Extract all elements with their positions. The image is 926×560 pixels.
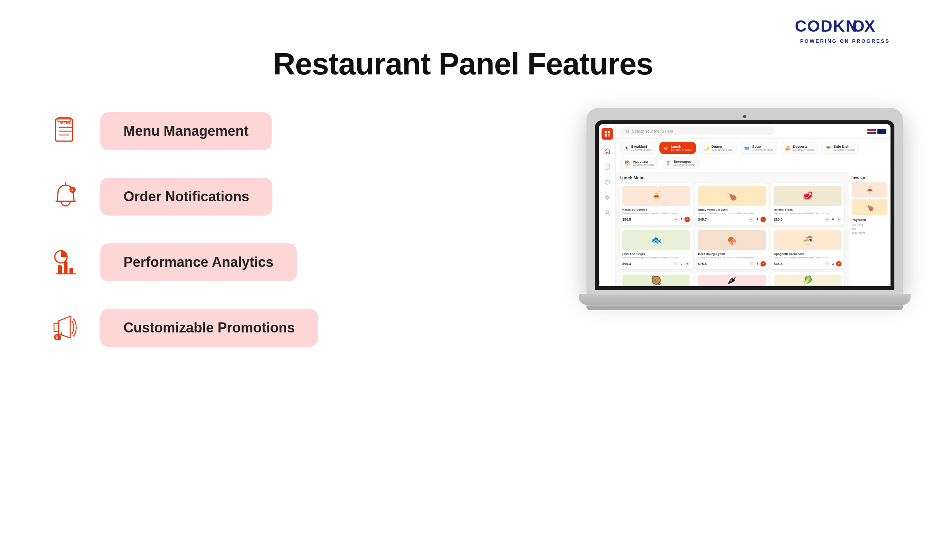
menu-item-pasta-bolognese: 🍝 Pasta Bolognese Delicious beef lasagna… — [620, 183, 693, 225]
svg-text:MENU: MENU — [60, 121, 71, 125]
sidebar-home-icon[interactable] — [602, 146, 613, 157]
category-side-dish-label: Side Dish — [833, 145, 854, 148]
logo-tagline: POWERING ON PROGRESS — [800, 38, 890, 44]
category-appetizer-count: 12 Menu In Stock — [633, 164, 654, 166]
category-breakfast[interactable]: ☀ Breakfast12 Menu In Stock — [620, 142, 656, 154]
beef-bourguignon-qty[interactable]: − 4 + — [749, 261, 766, 267]
category-soup[interactable]: 🥣 Soup12 Menu In Stock — [740, 142, 777, 154]
fish-chips-qty[interactable]: − 0 + — [673, 261, 690, 267]
svg-text:3: 3 — [71, 188, 73, 192]
laptop-base — [579, 294, 911, 305]
spaghetti-carbonara-minus[interactable]: − — [825, 261, 830, 267]
svg-rect-23 — [608, 134, 610, 137]
beef-bourguignon-name: Beef Bourguignon — [698, 252, 765, 256]
menu-item-grilled-steak: 🥩 Grilled Steak Delicious beef lasagna w… — [771, 183, 844, 225]
beef-bourguignon-minus[interactable]: − — [749, 261, 754, 267]
spicy-chicken-name: Spicy Fried Chicken — [698, 208, 765, 211]
kimchi-img: 🌶 — [698, 275, 765, 286]
category-side-dish[interactable]: 🥗 Side Dish12 Menu In Stock — [821, 142, 858, 154]
category-lunch-label: Lunch — [671, 145, 691, 148]
order-notifications-icon: 3 — [46, 177, 85, 216]
menu-grid: 🍝 Pasta Bolognese Delicious beef lasagna… — [620, 183, 844, 269]
fish-chips-desc: Delicious beef lasagna with double chili… — [622, 256, 690, 260]
sidebar-user-icon[interactable] — [602, 207, 613, 218]
payment-subtotal-label: Sub Total — [852, 224, 863, 226]
category-dinner[interactable]: 🌙 Dinner12 Menu In Stock — [699, 142, 737, 154]
fish-chips-img: 🐟 — [622, 230, 690, 250]
category-breakfast-count: 12 Menu In Stock — [631, 148, 652, 151]
ratatouille-img: 🥘 — [622, 275, 690, 286]
grilled-steak-qty[interactable]: − 0 + — [825, 217, 842, 222]
invoice-title: Invoice — [852, 175, 887, 180]
category-beverages-count: 12 Menu In Stock — [673, 164, 694, 166]
category-beverages[interactable]: 🥤 Beverages12 Menu In Stock — [661, 157, 698, 169]
pasta-bolognese-plus[interactable]: + — [684, 217, 690, 222]
customizable-promotions-button[interactable]: Customizable Promotions — [100, 309, 318, 347]
feature-customizable-promotions: $ Customizable Promotions — [46, 309, 318, 347]
more-items-row: 🥘 Ratatouille 🌶 Kimchi Jigae 🥬 Tofu Scr — [620, 272, 844, 286]
grilled-steak-desc: Delicious beef lasagna with double chili… — [774, 212, 842, 215]
pasta-bolognese-minus[interactable]: − — [673, 217, 678, 222]
svg-rect-20 — [605, 131, 607, 133]
app-topbar: Search Your Menu Here — [616, 124, 891, 139]
order-notifications-button[interactable]: Order Notifications — [100, 178, 272, 216]
invoice-food-chicken: 🍗 — [852, 199, 887, 215]
beverages-icon: 🥤 — [665, 160, 671, 166]
grilled-steak-price-row: $80.0 − 0 + — [774, 217, 842, 222]
spicy-chicken-qty[interactable]: − 4 + — [749, 217, 766, 222]
menu-management-button[interactable]: Menu Management — [100, 112, 272, 150]
grilled-steak-minus[interactable]: − — [825, 217, 830, 222]
svg-rect-24 — [605, 164, 610, 169]
menu-item-kimchi: 🌶 Kimchi Jigae — [695, 272, 768, 286]
fish-chips-name: Fish And Chips — [622, 252, 690, 256]
grilled-steak-plus[interactable]: + — [836, 217, 842, 222]
category-appetizer[interactable]: 🥙 Appetizer12 Menu In Stock — [620, 157, 658, 169]
category-dinner-label: Dinner — [711, 145, 732, 148]
topbar-flags — [867, 129, 886, 134]
flag-uk — [877, 129, 886, 134]
beef-bourguignon-price-row: $75.5 − 4 + — [698, 261, 765, 267]
fish-chips-plus[interactable]: + — [684, 261, 690, 267]
spicy-chicken-plus[interactable]: + — [760, 217, 766, 222]
menu-item-beef-bourguignon: 🍖 Beef Bourguignon Delicious beef lasagn… — [695, 228, 768, 269]
spaghetti-carbonara-qty-num: 2 — [831, 262, 835, 265]
spaghetti-carbonara-qty[interactable]: − 2 + — [825, 261, 842, 267]
app-main: Search Your Menu Here ☀ Breakfast12 Menu… — [616, 124, 891, 286]
search-bar[interactable]: Search Your Menu Here — [620, 127, 775, 135]
sidebar-orders-icon[interactable] — [602, 161, 613, 172]
beef-bourguignon-qty-num: 4 — [755, 262, 759, 265]
category-desserts[interactable]: 🍰 Desserts12 Menu In Stock — [781, 142, 818, 154]
fish-chips-price-row: $90.4 − 0 + — [622, 261, 690, 267]
fish-chips-price: $90.4 — [622, 262, 631, 266]
spaghetti-carbonara-plus[interactable]: + — [836, 261, 842, 267]
category-appetizer-label: Appetizer — [633, 160, 654, 164]
fish-chips-qty-num: 0 — [679, 262, 683, 265]
pasta-bolognese-qty[interactable]: − 2 + — [673, 217, 690, 222]
svg-text:CODKN: CODKN — [795, 17, 858, 35]
spaghetti-carbonara-price-row: $35.3 − 2 + — [774, 261, 842, 267]
logo-area: CODKN O X POWERING ON PROGRESS — [795, 15, 895, 44]
svg-point-29 — [606, 211, 608, 213]
categories-bar: ☀ Breakfast12 Menu In Stock 🍽 Lunch12 Me… — [616, 139, 891, 172]
pasta-bolognese-price-row: $50.5 − 2 + — [622, 217, 690, 222]
svg-line-31 — [629, 132, 630, 133]
menu-area: Lunch Menu 🍝 Pasta Bolognese Delicious b… — [616, 172, 891, 286]
performance-analytics-button[interactable]: Performance Analytics — [100, 243, 297, 281]
features-column: MENU Menu Management 3 Order Notificatio… — [46, 112, 318, 347]
svg-rect-16 — [69, 268, 73, 274]
app-sidebar — [599, 124, 616, 286]
dinner-icon: 🌙 — [703, 145, 709, 151]
spicy-chicken-price: $45.7 — [698, 218, 707, 221]
sidebar-menu-icon[interactable] — [602, 177, 613, 187]
soup-icon: 🥣 — [744, 145, 750, 151]
sidebar-settings-icon[interactable] — [602, 192, 613, 203]
category-lunch[interactable]: 🍽 Lunch12 Menu In Stock — [659, 142, 696, 154]
payment-tax-label: Tax — [852, 228, 856, 230]
grilled-steak-price: $80.0 — [774, 218, 783, 221]
spicy-chicken-minus[interactable]: − — [749, 217, 754, 222]
invoice-food-pasta: 🍝 — [852, 182, 887, 197]
payment-subtotal-row: Sub Total — [852, 224, 887, 226]
beef-bourguignon-plus[interactable]: + — [760, 261, 766, 267]
svg-text:X: X — [864, 17, 876, 35]
fish-chips-minus[interactable]: − — [673, 261, 678, 267]
